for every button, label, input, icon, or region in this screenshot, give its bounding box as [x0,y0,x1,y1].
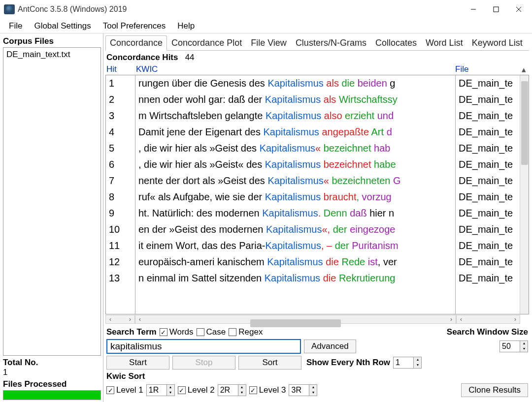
file-name[interactable]: DE_main_te [456,238,520,254]
tab-keyword-list[interactable]: Keyword List [467,35,527,50]
kwic-line[interactable]: ruf« als Aufgabe, wie sie der Kapitalism… [135,189,455,205]
scroll-right-icon[interactable]: › [511,316,520,323]
scroll-left-icon[interactable]: ‹ [135,316,144,323]
close-button[interactable] [507,1,530,17]
tab-clusters[interactable]: Clusters/N-Grams [291,35,371,50]
search-window-size-input[interactable] [500,341,520,352]
scroll-right-icon[interactable]: › [447,316,456,323]
stop-button[interactable]: Stop [172,356,235,370]
menu-tool-preferences[interactable]: Tool Preferences [97,20,172,32]
kwic-line[interactable]: nente der dort als »Geist des Kapitalism… [135,173,455,189]
level3-checkbox[interactable]: ✓Level 3 [249,385,286,395]
level2-input[interactable] [218,385,238,396]
start-button[interactable]: Start [106,356,169,370]
spin-down-icon[interactable]: ▾ [414,363,421,368]
hit-number[interactable]: 10 [106,221,135,238]
kwic-line[interactable]: it einem Wort, das des Paria-Kapitalismu… [135,238,455,254]
hit-number[interactable]: 4 [106,124,135,140]
file-name[interactable]: DE_main_te [456,108,520,124]
file-name[interactable]: DE_main_te [456,221,520,238]
search-term-input[interactable] [106,339,301,354]
file-name[interactable]: DE_main_te [456,270,520,286]
regex-checkbox[interactable]: Regex [229,327,263,337]
case-checkbox[interactable]: Case [197,327,226,337]
hit-number[interactable]: 3 [106,108,135,124]
file-name[interactable]: DE_main_te [456,156,520,173]
hit-number[interactable]: 9 [106,205,135,221]
minimize-button[interactable] [462,1,485,17]
scroll-left-icon[interactable]: ‹ [106,316,115,323]
sort-button[interactable]: Sort [238,356,301,370]
file-name[interactable]: DE_main_te [456,254,520,270]
hit-number[interactable]: 13 [106,270,135,286]
clone-results-button[interactable]: Clone Results [461,383,528,397]
level1-input[interactable] [147,385,166,396]
kwic-line[interactable]: rungen über die Genesis des Kapitalismus… [135,75,455,92]
hit-number[interactable]: 2 [106,92,135,108]
search-window-size-spinner[interactable]: ▴▾ [499,340,528,352]
words-checkbox[interactable]: ✓Words [160,327,194,337]
file-name[interactable]: DE_main_te [456,75,520,92]
spin-up-icon[interactable]: ▴ [520,341,528,346]
col-hit[interactable]: Hit [106,64,136,75]
level1-checkbox[interactable]: ✓Level 1 [106,385,143,395]
kwic-line[interactable]: , die wir hier als »Geist des Kapitalism… [135,140,455,156]
kwic-line[interactable]: n einmal im Sattel sitzenden Kapitalismu… [135,270,455,286]
hscroll-kwic[interactable]: ‹ › [135,315,456,324]
advanced-button[interactable]: Advanced [304,340,356,353]
menu-help[interactable]: Help [171,20,200,32]
hscroll-file[interactable]: ‹ › [456,315,520,324]
spin-up-icon[interactable]: ▴ [238,385,246,390]
tab-concordance[interactable]: Concordance [105,35,167,51]
spin-up-icon[interactable]: ▴ [309,385,317,390]
file-name[interactable]: DE_main_te [456,92,520,108]
spin-down-icon[interactable]: ▾ [309,390,317,396]
spin-down-icon[interactable]: ▾ [238,390,246,396]
hit-number[interactable]: 12 [106,254,135,270]
kwic-line[interactable]: m Wirtschaftsleben gelangte Kapitalismus… [135,108,455,124]
tab-word-list[interactable]: Word List [421,35,467,50]
file-name[interactable]: DE_main_te [456,189,520,205]
tab-collocates[interactable]: Collocates [371,35,421,50]
level3-spinner[interactable]: ▴▾ [289,384,317,396]
kwic-line[interactable]: , die wir hier als »Geist« des Kapitalis… [135,156,455,173]
file-name[interactable]: DE_main_te [456,140,520,156]
file-name[interactable]: DE_main_te [456,124,520,140]
scroll-up-icon[interactable]: ▴ [519,64,528,75]
hit-number[interactable]: 11 [106,238,135,254]
hit-number[interactable]: 6 [106,156,135,173]
menu-global-settings[interactable]: Global Settings [28,20,97,32]
kwic-line[interactable]: en der »Geist des modernen Kapitalismus«… [135,221,455,238]
hit-number[interactable]: 7 [106,173,135,189]
spin-up-icon[interactable]: ▴ [414,357,421,363]
kwic-line[interactable]: europäisch-ameri kanischem Kapitalismus … [135,254,455,270]
kwic-line[interactable]: Damit jene der Eigenart des Kapitalismus… [135,124,455,140]
spin-down-icon[interactable]: ▾ [167,390,174,396]
tab-concordance-plot[interactable]: Concordance Plot [167,35,246,50]
hit-number[interactable]: 1 [106,75,135,92]
level2-spinner[interactable]: ▴▾ [218,384,246,396]
tab-file-view[interactable]: File View [246,35,291,50]
menu-file[interactable]: File [3,20,28,32]
corpus-files-list[interactable]: DE_main_text.txt [3,47,101,356]
scroll-left-icon[interactable]: ‹ [457,316,466,323]
corpus-file-item[interactable]: DE_main_text.txt [6,50,98,60]
nth-row-spinner[interactable]: ▴▾ [393,357,422,369]
col-kwic[interactable]: KWIC [136,64,455,75]
nth-row-input[interactable] [394,357,413,368]
maximize-button[interactable] [485,1,507,17]
level2-checkbox[interactable]: ✓Level 2 [178,385,215,395]
level3-input[interactable] [289,385,309,396]
scrollbar-thumb[interactable] [521,81,528,165]
hscroll-hit[interactable]: ‹ › [105,315,135,324]
kwic-line[interactable]: nnen oder wohl gar: daß der Kapitalismus… [135,92,455,108]
file-name[interactable]: DE_main_te [456,173,520,189]
level1-spinner[interactable]: ▴▾ [146,384,175,396]
vertical-scrollbar[interactable] [520,75,529,314]
scroll-right-icon[interactable]: › [126,316,134,323]
hit-number[interactable]: 5 [106,140,135,156]
spin-down-icon[interactable]: ▾ [520,346,528,352]
col-file[interactable]: File [455,64,519,75]
hit-number[interactable]: 8 [106,189,135,205]
kwic-line[interactable]: ht. Natürlich: des modernen Kapitalismus… [135,205,455,221]
